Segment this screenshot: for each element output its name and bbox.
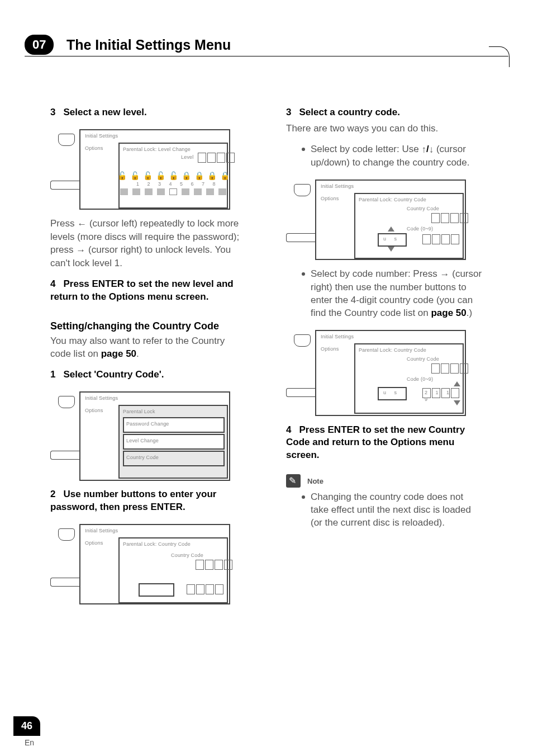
bullet-icon	[302, 148, 305, 151]
right-step-4: 4Press ENTER to set the new Country Code…	[286, 424, 483, 462]
diagram-level-change: Initial Settings Parental Lock: Level Ch…	[50, 127, 229, 211]
right-column: 3Select a country code. There are two wa…	[286, 106, 483, 706]
header-rule	[25, 56, 508, 56]
right-step-3-sub: There are two ways you can do this.	[286, 122, 483, 135]
note-heading: Note	[286, 474, 483, 488]
arrow-right-icon: →	[76, 244, 85, 257]
right-step-3: 3Select a country code.	[286, 106, 483, 119]
arrow-left-icon: ←	[77, 218, 87, 231]
left-subheading-body: You may also want to refer to the Countr…	[50, 335, 247, 361]
note-label: Note	[307, 476, 323, 486]
chapter-title: The Initial Settings Menu	[66, 37, 231, 53]
right-bullet-2: Select by code number: Press → (cursor r…	[286, 268, 483, 320]
arrow-up-icon: ↑	[421, 144, 426, 157]
page-number: 46	[13, 716, 40, 736]
diagram-country-code-letter: Initial Settings Parental Lock: Country …	[286, 177, 465, 261]
page: 07 The Initial Settings Menu 3Select a n…	[0, 0, 533, 756]
bullet-icon	[302, 272, 305, 276]
left-step-1: 1Select 'Country Code'.	[50, 368, 247, 381]
chapter-header: 07 The Initial Settings Menu	[25, 35, 508, 56]
left-step-4: 4Press ENTER to set the new level and re…	[50, 278, 247, 304]
diagram-country-code-menu: Initial Settings Parental Lock Password …	[50, 389, 229, 481]
bullet-icon	[302, 495, 305, 499]
arrow-down-icon: ↓	[429, 144, 434, 157]
diagram-country-code-password: Initial Settings Parental Lock: Country …	[50, 522, 229, 606]
note-bullet: Changing the country code does not take …	[286, 491, 483, 530]
diagram-country-code-number: Initial Settings Parental Lock: Country …	[286, 328, 465, 417]
page-language: En	[25, 738, 34, 747]
pencil-icon	[286, 474, 301, 488]
left-column: 3Select a new level. Initial Settings Pa…	[50, 106, 247, 706]
left-body-cursorlock: Press ← (cursor left) repeatedly to lock…	[50, 218, 247, 270]
arrow-right-icon: →	[440, 268, 450, 281]
right-bullet-1: Select by code letter: Use ↑/↓ (cursor u…	[286, 143, 483, 169]
left-step-2: 2Use number buttons to enter your passwo…	[50, 488, 247, 514]
chapter-number-pill: 07	[25, 35, 54, 55]
left-step-3: 3Select a new level.	[50, 106, 247, 119]
left-subheading: Setting/changing the Country Code	[50, 319, 247, 333]
